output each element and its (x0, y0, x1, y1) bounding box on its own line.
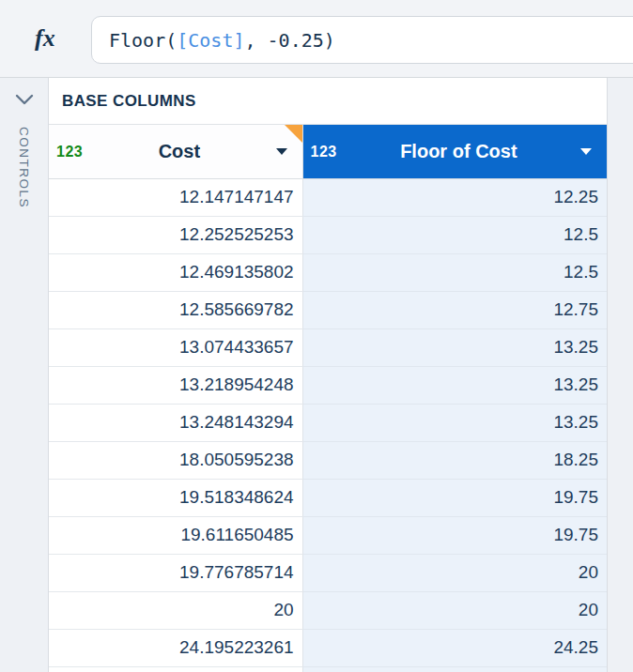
table-cell-floor[interactable]: 20 (303, 555, 607, 592)
table-cell-cost[interactable]: 13.248143294 (49, 405, 303, 442)
column-menu-dropdown-icon[interactable] (276, 148, 287, 155)
column-title-cost: Cost (83, 141, 275, 162)
table-cell-cost[interactable]: 24.195223261 (49, 630, 303, 667)
column-header-row: 123 Cost 123 Floor of Cost (49, 125, 607, 179)
table-row: 13.218954248 13.25 (49, 367, 607, 405)
table-cell-floor[interactable]: 12.75 (303, 292, 607, 329)
table-row: 12.469135802 12.5 (49, 254, 607, 292)
table-cell-cost[interactable]: 12.252525253 (49, 217, 303, 254)
formula-input[interactable]: Floor([Cost], -0.25) (91, 16, 633, 64)
formula-column-reference: [Cost] (177, 29, 244, 52)
table-cell-floor[interactable]: 12.5 (303, 254, 607, 292)
number-type-icon: 123 (56, 144, 83, 160)
corner-flag-icon (285, 125, 302, 143)
table-cell-floor[interactable]: 19.75 (303, 517, 607, 555)
column-header-cost[interactable]: 123 Cost (49, 125, 303, 178)
table-row: 19.611650485 19.75 (49, 517, 607, 555)
table-cell-cost[interactable]: 18.050595238 (49, 442, 303, 480)
table-cell-floor[interactable]: 24.25 (303, 630, 607, 667)
table-row: 13.248143294 13.25 (49, 405, 607, 442)
column-header-floor-of-cost[interactable]: 123 Floor of Cost (303, 125, 607, 178)
table-cell-floor[interactable]: 20 (303, 592, 607, 630)
base-columns-section-header: BASE COLUMNS (49, 78, 607, 125)
table-cell-cost[interactable]: 12.147147147 (49, 179, 303, 217)
table-cell-floor[interactable] (303, 667, 607, 672)
table-cell-cost[interactable] (49, 667, 303, 672)
fx-icon: fx (35, 24, 55, 53)
table-cell-floor[interactable]: 13.25 (303, 405, 607, 442)
table-row: 19.518348624 19.75 (49, 480, 607, 517)
table-cell-floor[interactable]: 18.25 (303, 442, 607, 480)
table-cell-floor[interactable]: 19.75 (303, 480, 607, 517)
table-cell-cost[interactable]: 12.469135802 (49, 254, 303, 292)
column-title-floor-of-cost: Floor of Cost (337, 141, 580, 162)
table-row: 12.252525253 12.5 (49, 217, 607, 254)
table-row: 20 20 (49, 592, 607, 630)
table-row: 12.147147147 12.25 (49, 179, 607, 217)
table-cell-floor[interactable]: 12.25 (303, 179, 607, 217)
table-row: 13.074433657 13.25 (49, 329, 607, 367)
controls-panel-collapsed[interactable]: CONTROLS (0, 78, 49, 672)
number-type-icon: 123 (311, 144, 337, 160)
table-cell-cost[interactable]: 19.611650485 (49, 517, 303, 555)
table-cell-floor[interactable]: 12.5 (303, 217, 607, 254)
chevron-down-icon[interactable] (15, 93, 34, 106)
table-cell-cost[interactable]: 19.776785714 (49, 555, 303, 592)
table-row: 24.195223261 24.25 (49, 630, 607, 667)
table-row-partial (49, 667, 607, 672)
table-row: 18.050595238 18.25 (49, 442, 607, 480)
table-cell-floor[interactable]: 13.25 (303, 329, 607, 367)
table-cell-cost[interactable]: 13.074433657 (49, 329, 303, 367)
table-cell-floor[interactable]: 13.25 (303, 367, 607, 405)
table-cell-cost[interactable]: 12.585669782 (49, 292, 303, 329)
table-body: 12.147147147 12.25 12.252525253 12.5 12.… (49, 179, 607, 667)
data-table: BASE COLUMNS 123 Cost 123 Floor of Cost … (49, 78, 608, 672)
formula-args-text: , -0.25) (245, 29, 335, 52)
column-menu-dropdown-icon[interactable] (580, 148, 592, 155)
controls-panel-label: CONTROLS (17, 127, 31, 208)
table-cell-cost[interactable]: 13.218954248 (49, 367, 303, 405)
formula-function-text: Floor( (109, 29, 177, 52)
table-cell-cost[interactable]: 19.518348624 (49, 480, 303, 517)
table-row: 19.776785714 20 (49, 555, 607, 592)
table-cell-cost[interactable]: 20 (49, 592, 303, 630)
formula-bar: fx Floor([Cost], -0.25) (0, 0, 633, 78)
table-row: 12.585669782 12.75 (49, 292, 607, 329)
